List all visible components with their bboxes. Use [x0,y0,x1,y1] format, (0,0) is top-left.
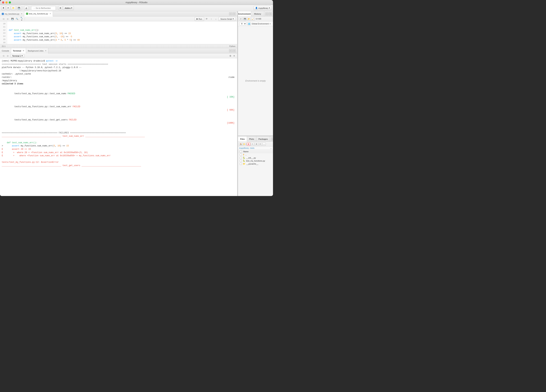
main-toolbar: ✚ ⟳ 📁 💾 🖨 → Go to file/function ⊞ Addins… [0,5,273,11]
editor-status: 21:1 Python [0,44,237,48]
source-chevron-icon: ▾ [233,18,234,20]
terminal-paste-btn[interactable]: ▷ [6,54,10,58]
console-tabs: Console Terminal ✕ Background Jobs ✕ — □ [0,48,237,53]
breadcrumb-mypylibrary[interactable]: mypylibrary [239,147,249,149]
tab-plots[interactable]: Plots [247,137,256,142]
files-more-btn-inline[interactable]: … [270,147,272,149]
console-error-line1: E assert 20 == 15 [2,148,235,151]
source-script-button[interactable]: Source Script ▾ [219,17,236,21]
run-prev-button[interactable]: ⟳ [205,17,209,21]
py-test-file-icon [26,13,28,15]
tab-files[interactable]: Files [238,137,247,142]
window-controls[interactable] [2,1,11,4]
editor-toolbar: ◁ ▷ 💾 🔍 🔧✦ ▶ Run ⟳ ↑ ↓ Source Script ▾ [0,17,237,21]
console-line: !/mypylibrary/venv/bin/python3.10 [2,69,235,73]
terminal-close-icon[interactable]: ✕ [233,54,236,58]
env-maximize-btn[interactable]: □ [269,12,272,15]
files-tab-label: Files [240,138,245,140]
terminal-gear-icon[interactable]: ⚙ [229,54,232,58]
maximize-button[interactable] [9,1,11,4]
files-refresh-btn[interactable]: ⟳ [258,143,262,146]
reload-button[interactable]: ⟳ [6,6,10,10]
tab-background-jobs[interactable]: Background Jobs ✕ [26,48,48,53]
tab-console[interactable]: Console [0,48,11,53]
editor-minimize-btn[interactable]: — [229,12,232,15]
files-toolbar: 🏠 📁+ 🗑 ✏ ⚙ ⟳ … [238,142,273,147]
files-minimize-btn[interactable]: — [271,137,273,141]
save-file-button[interactable]: 💾 [11,17,14,21]
terminal-tab-close[interactable]: ✕ [23,50,24,52]
run-button[interactable]: ▶ Run [195,17,204,21]
files-delete-btn[interactable]: 🗑 [247,143,250,146]
chevron-down-icon: ▾ [71,7,72,9]
env-broom-btn[interactable]: 🧹 [251,17,255,20]
global-env-label: Global Environment [252,23,269,25]
code-editor[interactable]: 10 11 12 13 14 15 16 17 18 19 20 21 def … [0,21,237,44]
files-list-header: Name [238,150,273,153]
tab-environment[interactable]: Environment [238,11,251,16]
console-line: ========================================… [2,131,235,135]
env-load-btn[interactable]: 📂 [247,17,251,20]
tab-terminal[interactable]: Terminal ✕ [11,48,26,53]
r-version-select[interactable]: R [240,22,247,26]
mem-label: 54 MiB [256,18,261,20]
print-button[interactable]: 🖨 [24,6,28,10]
console-line [2,157,235,161]
minimize-button[interactable] [6,1,7,4]
env-minimize-btn[interactable]: — [265,12,268,15]
background-jobs-close[interactable]: ✕ [45,50,46,52]
files-new-folder-btn[interactable]: 📁+ [243,143,247,146]
window-title: mypylibrary - RStudio [125,1,147,4]
file-checkbox[interactable] [240,157,242,159]
go-to-file-input[interactable]: → Go to file/function [31,6,56,10]
files-rename-btn[interactable]: ✏ [251,143,254,146]
terminal-toolbar: ◁ ▷ Terminal 1 ▾ ⚙ ✕ [0,53,237,58]
code-tools-button[interactable]: 🔧✦ [20,17,24,21]
console-content[interactable]: (venv) M1PRO:mypylibrary dradecic$ pytes… [0,58,237,196]
tab-history[interactable]: History [251,11,264,16]
user-badge[interactable]: 👤 mypylibrary ▾ [254,6,272,10]
back-button[interactable]: ◁ [1,17,5,21]
tab-close-button[interactable]: ✕ [21,13,22,15]
file-item-test-functions[interactable]: 🐍 test_my_functions.py [238,159,273,162]
close-button[interactable] [2,1,4,4]
console-maximize-btn[interactable]: □ [233,49,236,52]
file-item-init[interactable]: 🐍 __init__.py [238,156,273,159]
toolbar-separator [23,6,23,10]
open-file-button[interactable]: 📁 [11,6,16,10]
env-import-btn[interactable]: ⟳ [239,17,243,20]
run-down-button[interactable]: ↓ [214,17,218,21]
files-home-btn[interactable]: 🏠 [239,143,243,146]
terminal-name-button[interactable]: Terminal 1 ▾ [11,54,24,58]
console-line: platform darwin -- Python 3.10.8, pytest… [2,66,235,69]
grid-button[interactable]: ⊞ [58,6,62,10]
terminal-copy-btn[interactable]: ◁ [1,54,5,58]
forward-button[interactable]: ▷ [6,17,10,21]
save-button[interactable]: 💾 [17,6,21,10]
files-more-icon[interactable]: … [262,143,266,146]
file-item-pycache[interactable]: 📁 __pycache__ [238,162,273,165]
files-more-btn[interactable]: ⚙ [254,143,258,146]
run-up-button[interactable]: ↑ [209,17,213,21]
file-checkbox[interactable] [240,154,242,156]
new-file-button[interactable]: ✚ [1,6,6,10]
file-item-parent[interactable]: ⬆ .. [238,153,273,156]
file-name-test-functions: test_my_functions.py [246,160,265,162]
breadcrumb-tests[interactable]: tests [250,147,254,149]
file-checkbox[interactable] [240,160,242,162]
right-panel: Environment History — □ ⟳ 💾 📂 🧹 54 MiB R [238,11,273,196]
tab-test-my-functions[interactable]: test_my_functions.py ✕ [24,11,53,17]
tab-test-close-button[interactable]: ✕ [50,13,51,15]
code-content[interactable]: def test_sum_nums_err(): assert my_funct… [7,21,237,44]
search-button[interactable]: 🔍 [15,17,19,21]
tab-packages[interactable]: Packages [256,137,270,142]
editor-maximize-btn[interactable]: □ [233,12,236,15]
file-checkbox[interactable] [240,163,242,165]
console-minimize-btn[interactable]: — [229,49,232,52]
tab-my-functions[interactable]: my_functions.py ✕ [0,11,24,17]
files-header-checkbox[interactable] [240,150,242,153]
addins-button[interactable]: Addins ▾ [63,6,74,10]
console-line: collected 3 items [2,82,235,86]
file-name-init: __init__.py [246,157,256,159]
env-save-btn[interactable]: 💾 [243,17,247,20]
